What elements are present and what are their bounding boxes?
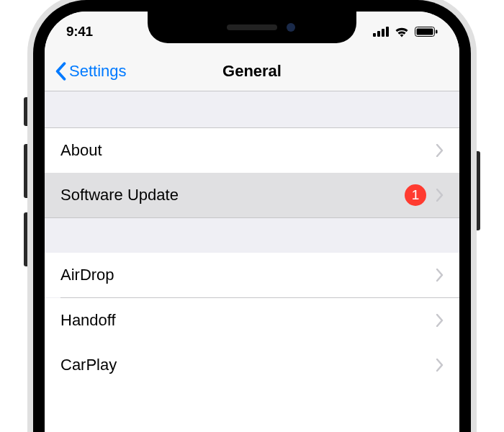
navigation-bar: Settings General bbox=[45, 51, 459, 91]
svg-rect-0 bbox=[373, 33, 376, 37]
notification-badge: 1 bbox=[405, 184, 426, 206]
svg-rect-5 bbox=[417, 28, 433, 35]
group-spacer bbox=[45, 91, 459, 127]
status-icons bbox=[373, 26, 438, 37]
wifi-icon bbox=[394, 26, 410, 37]
row-label: Software Update bbox=[60, 186, 405, 204]
chevron-right-icon bbox=[436, 144, 444, 157]
phone-frame: 9:41 Settings bbox=[33, 0, 471, 432]
chevron-right-icon bbox=[436, 269, 444, 282]
mute-switch bbox=[24, 97, 28, 126]
svg-rect-1 bbox=[377, 31, 380, 37]
row-about[interactable]: About bbox=[45, 128, 459, 173]
chevron-left-icon bbox=[55, 62, 66, 81]
back-button-label: Settings bbox=[69, 62, 127, 81]
speaker-grille bbox=[227, 24, 277, 30]
row-airdrop[interactable]: AirDrop bbox=[45, 253, 459, 297]
svg-rect-3 bbox=[386, 27, 389, 37]
row-label: AirDrop bbox=[60, 266, 436, 284]
group-spacer bbox=[45, 218, 459, 253]
svg-rect-6 bbox=[436, 30, 438, 33]
volume-up-button bbox=[24, 144, 28, 198]
row-handoff[interactable]: Handoff bbox=[45, 298, 459, 343]
row-label: CarPlay bbox=[60, 356, 436, 374]
settings-list: About Software Update 1 AirDrop Handoff bbox=[45, 91, 459, 387]
battery-icon bbox=[415, 27, 438, 37]
row-label: Handoff bbox=[60, 311, 436, 330]
chevron-right-icon bbox=[436, 359, 444, 372]
chevron-right-icon bbox=[436, 314, 444, 327]
cellular-icon bbox=[373, 27, 389, 37]
volume-down-button bbox=[24, 212, 28, 266]
row-label: About bbox=[60, 141, 436, 160]
svg-rect-2 bbox=[382, 29, 384, 37]
power-button bbox=[476, 151, 480, 230]
row-carplay[interactable]: CarPlay bbox=[45, 343, 459, 387]
row-software-update[interactable]: Software Update 1 bbox=[45, 173, 459, 217]
chevron-right-icon bbox=[436, 189, 444, 202]
front-camera bbox=[287, 23, 295, 32]
phone-notch bbox=[148, 12, 356, 43]
back-button[interactable]: Settings bbox=[55, 62, 127, 81]
status-time: 9:41 bbox=[66, 24, 93, 40]
